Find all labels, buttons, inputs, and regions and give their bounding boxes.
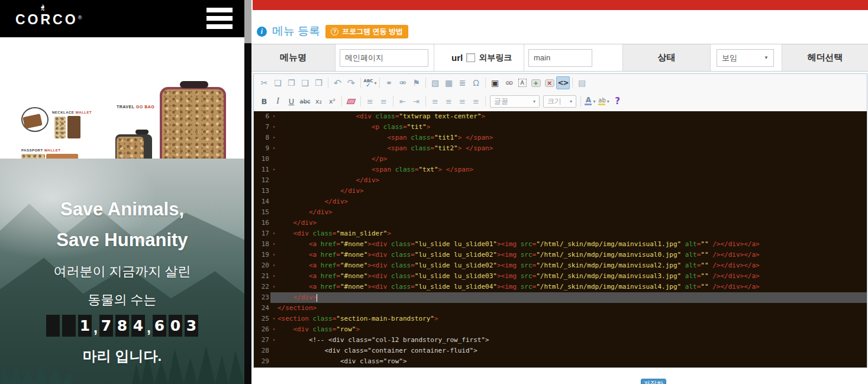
editor-toolbar-row2: BIUabcx₂x²≡≡⇤⇥≡≡≡≡글꼴▾크기▾A▾ab▾? bbox=[254, 92, 867, 111]
code-line[interactable]: 10 </p> bbox=[254, 154, 867, 164]
redo-button[interactable]: ↷ bbox=[344, 76, 358, 89]
product-slider: NECKLACE WALLET PASSPORT WALLET TRAVEL G… bbox=[0, 37, 244, 159]
align-center-button[interactable]: ≡ bbox=[442, 95, 456, 108]
font-family-select[interactable]: 글꼴▾ bbox=[490, 95, 540, 108]
cut-button[interactable]: ✂ bbox=[257, 76, 271, 89]
fold-caret-icon[interactable]: ▾ bbox=[270, 282, 277, 292]
fold-caret-icon[interactable]: ▾ bbox=[270, 228, 277, 239]
code-line[interactable]: 7▾ <p class="tit"> bbox=[254, 122, 867, 133]
spell-check-button[interactable]: ABC✓▾ bbox=[363, 76, 377, 89]
paste-from-word-button[interactable]: ❒ bbox=[312, 76, 325, 89]
hamburger-menu-icon[interactable] bbox=[206, 8, 233, 33]
unlink-button[interactable]: ⚮ bbox=[396, 76, 409, 89]
code-line[interactable]: 20▾ <a href="#none"><div class="lu_slide… bbox=[254, 260, 867, 271]
code-line[interactable]: 25▾<section class="section-main-brandsto… bbox=[254, 314, 867, 324]
paste-plain-text-button[interactable]: ❑ bbox=[298, 76, 312, 89]
print-button[interactable]: ▤ bbox=[575, 76, 589, 89]
outdent-button[interactable]: ⇤ bbox=[396, 95, 409, 108]
align-justify-button[interactable]: ≡ bbox=[469, 95, 483, 108]
italic-button[interactable]: I bbox=[271, 95, 285, 108]
indent-button[interactable]: ⇥ bbox=[409, 95, 423, 108]
product-cork-wallet[interactable] bbox=[54, 117, 66, 138]
help-icon: ? bbox=[615, 96, 620, 107]
fold-caret-icon[interactable]: ▾ bbox=[270, 260, 277, 271]
code-line[interactable]: 15 </div> bbox=[254, 207, 867, 218]
fold-caret-icon[interactable]: ▾ bbox=[270, 143, 277, 154]
code-line[interactable]: 13 </div> bbox=[254, 186, 867, 196]
code-line[interactable]: 8▾ <span class="tit1"> </span> bbox=[254, 133, 867, 143]
bold-button[interactable]: B bbox=[257, 95, 271, 108]
external-link-checkbox[interactable] bbox=[466, 53, 475, 62]
line-number: 24 bbox=[254, 303, 270, 314]
fold-caret-icon[interactable]: ▾ bbox=[270, 335, 277, 346]
code-line[interactable]: 9▾ <span class="tit2"> </span> bbox=[254, 143, 867, 154]
fold-caret-icon[interactable]: ▾ bbox=[270, 271, 277, 282]
help-button[interactable]: ? bbox=[611, 95, 624, 108]
code-line[interactable]: 23 </div> bbox=[254, 292, 867, 303]
fold-caret-icon[interactable]: ▾ bbox=[270, 164, 277, 175]
code-line[interactable]: 21▾ <a href="#none"><div class="lu_slide… bbox=[254, 271, 867, 282]
copy-button[interactable]: ❏ bbox=[271, 76, 285, 89]
fold-caret-icon[interactable]: ▾ bbox=[270, 314, 277, 324]
underline-button[interactable]: U bbox=[285, 95, 298, 108]
subscript-button[interactable]: x₂ bbox=[312, 95, 325, 108]
code-line[interactable]: 14 </div> bbox=[254, 196, 867, 207]
find-replace-button[interactable]: ⊙⊙ bbox=[502, 76, 515, 89]
code-line[interactable]: 6▾ <div class="txtwrap text-center"> bbox=[254, 111, 867, 122]
fold-caret-icon[interactable]: ▾ bbox=[270, 111, 277, 122]
code-line[interactable]: 24</section> bbox=[254, 303, 867, 314]
bg-color-button[interactable]: ab▾ bbox=[597, 95, 611, 108]
font-size-select[interactable]: 크기▾ bbox=[543, 95, 576, 108]
fold-caret-icon[interactable]: ▾ bbox=[270, 324, 277, 335]
text-color-button[interactable]: A▾ bbox=[583, 95, 597, 108]
code-line[interactable]: 12 </div> bbox=[254, 175, 867, 186]
remove-format-button[interactable] bbox=[344, 95, 358, 108]
table-button[interactable]: ▦ bbox=[442, 76, 456, 89]
code-line[interactable]: 22▾ <a href="#none"><div class="lu_slide… bbox=[254, 282, 867, 292]
bulleted-list-button[interactable]: ≡ bbox=[377, 95, 391, 108]
superscript-button[interactable]: x² bbox=[325, 95, 339, 108]
fold-caret-icon[interactable]: ▾ bbox=[270, 250, 277, 260]
image-button[interactable]: ▧ bbox=[428, 76, 442, 89]
code-line[interactable]: 18▾ <a href="#none"><div class="lu_slide… bbox=[254, 239, 867, 250]
code-line[interactable]: 30 <div class="col-12 col-xl-5 brandstor… bbox=[254, 367, 867, 367]
code-line[interactable]: 26▾ <div class="row"> bbox=[254, 324, 867, 335]
corco-logo[interactable]: ❧ CORCO® bbox=[15, 4, 82, 20]
fold-caret-icon[interactable]: ▾ bbox=[270, 133, 277, 143]
toolbar-separator bbox=[485, 96, 486, 107]
code-line[interactable]: 17▾ <div class="main_slider"> bbox=[254, 228, 867, 239]
numbered-list-button[interactable]: ≡ bbox=[363, 95, 377, 108]
menu-name-input[interactable] bbox=[340, 49, 428, 67]
product-leather-wallet[interactable] bbox=[67, 116, 80, 138]
paste-button[interactable]: ❐ bbox=[285, 76, 298, 89]
select-all-button[interactable]: A bbox=[515, 76, 529, 89]
undo-button[interactable]: ↶ bbox=[331, 76, 344, 89]
tag-remove-button[interactable]: × bbox=[543, 76, 556, 89]
status-select[interactable]: 보임 ▼ bbox=[717, 49, 774, 67]
maximize-button[interactable]: ▣ bbox=[488, 76, 502, 89]
fold-caret-icon[interactable]: ▾ bbox=[270, 122, 277, 133]
animal-counter: 1,784,603 bbox=[0, 315, 244, 337]
program-link-help-button[interactable]: ? 프로그램 연동 방법 bbox=[325, 25, 408, 38]
strikethrough-button[interactable]: abc bbox=[298, 95, 312, 108]
source-button[interactable]: <> bbox=[556, 76, 570, 89]
anchor-button[interactable]: ⚑ bbox=[409, 76, 423, 89]
link-button[interactable]: ⚭ bbox=[382, 76, 396, 89]
align-right-button[interactable]: ≡ bbox=[456, 95, 469, 108]
align-left-button[interactable]: ≡ bbox=[428, 95, 442, 108]
url-input[interactable] bbox=[528, 49, 592, 67]
code-line[interactable]: 19▾ <a href="#none"><div class="lu_slide… bbox=[254, 250, 867, 260]
code-line[interactable]: 27▾ <!-- <div class="col-12 brandstory_r… bbox=[254, 335, 867, 346]
preview-scrollbar[interactable] bbox=[244, 0, 251, 384]
scrollbar-thumb[interactable] bbox=[244, 0, 251, 43]
code-line[interactable]: 11▾ <span class="txt"> </span> bbox=[254, 164, 867, 175]
code-area[interactable]: 6▾ <div class="txtwrap text-center">7▾ <… bbox=[254, 111, 867, 367]
code-line[interactable]: 29 <div class="row"> bbox=[254, 356, 867, 367]
horizontal-rule-button[interactable]: ≣ bbox=[456, 76, 469, 89]
special-character-button[interactable]: Ω bbox=[469, 76, 483, 89]
code-line[interactable]: 16 </div> bbox=[254, 218, 867, 228]
tag-add-button[interactable]: + bbox=[529, 76, 543, 89]
fold-caret-icon[interactable]: ▾ bbox=[270, 239, 277, 250]
code-line[interactable]: 28 <div class="container container-fluid… bbox=[254, 346, 867, 356]
save-button[interactable]: 저장하기 bbox=[641, 379, 666, 384]
